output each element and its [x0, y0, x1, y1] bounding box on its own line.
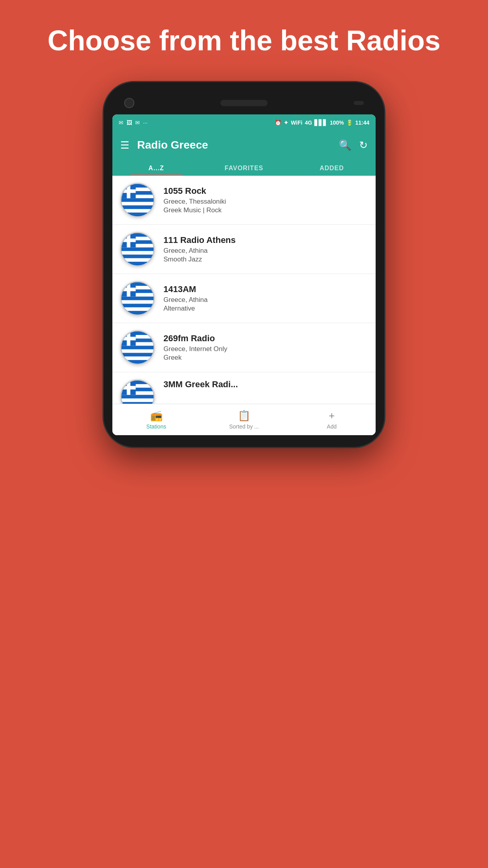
station-item-partial[interactable]: 3MM Greek Radi... — [112, 372, 376, 404]
clock-time: 11:44 — [355, 120, 369, 126]
station-location-3: Greece, Athina — [163, 296, 368, 304]
station-info-3: 1413AM Greece, Athina Alternative — [163, 284, 368, 313]
bottom-nav-stations[interactable]: 📻 Stations — [112, 404, 200, 435]
app-bar-actions: 🔍 ↻ — [339, 139, 368, 151]
station-flag-2 — [120, 232, 155, 267]
gmail-icon-2: ✉ — [135, 120, 140, 126]
sorted-label: Sorted by ... — [229, 423, 259, 430]
station-name-2: 111 Radio Athens — [163, 235, 368, 245]
station-name-5: 3MM Greek Radi... — [163, 379, 368, 390]
status-bar: ✉ 🖼 ✉ ··· ⏰ ✦ WiFi 4G ▋▋▋ 100% 🔋 11:44 — [112, 114, 376, 131]
page-headline: Choose from the best Radios — [16, 24, 472, 57]
phone-shell: ✉ 🖼 ✉ ··· ⏰ ✦ WiFi 4G ▋▋▋ 100% 🔋 11:44 ☰… — [103, 81, 385, 448]
svg-rect-9 — [121, 213, 154, 216]
svg-rect-24 — [121, 300, 154, 304]
station-item[interactable]: 269fm Radio Greece, Internet Only Greek — [112, 323, 376, 372]
station-item[interactable]: 111 Radio Athens Greece, Athina Smooth J… — [112, 225, 376, 274]
add-label: Add — [327, 423, 337, 430]
station-item[interactable]: 1413AM Greece, Athina Alternative — [112, 274, 376, 323]
svg-rect-33 — [121, 357, 154, 360]
svg-rect-32 — [121, 349, 154, 353]
svg-rect-12 — [121, 189, 136, 193]
station-info-2: 111 Radio Athens Greece, Athina Smooth J… — [163, 235, 368, 263]
tab-favorites[interactable]: FAVORITES — [200, 159, 288, 176]
wifi-icon: WiFi — [291, 120, 302, 126]
station-flag-3 — [120, 281, 155, 316]
alarm-icon: ⏰ — [275, 120, 281, 126]
station-location-1: Greece, Thessaloniki — [163, 198, 368, 206]
station-genre-4: Greek — [163, 354, 368, 362]
svg-rect-8 — [121, 209, 154, 213]
battery-percent: 100% — [330, 120, 344, 126]
svg-rect-17 — [121, 258, 154, 262]
bottom-nav-add[interactable]: + Add — [288, 404, 376, 435]
station-name-1: 1055 Rock — [163, 186, 368, 196]
sorted-icon: 📋 — [238, 410, 250, 422]
station-info-5: 3MM Greek Radi... — [163, 379, 368, 391]
tab-az[interactable]: A...Z — [112, 159, 200, 176]
image-icon: 🖼 — [127, 120, 132, 126]
bottom-nav-sorted[interactable]: 📋 Sorted by ... — [200, 404, 288, 435]
status-right-info: ⏰ ✦ WiFi 4G ▋▋▋ 100% 🔋 11:44 — [275, 120, 369, 126]
svg-rect-40 — [121, 399, 154, 402]
station-location-4: Greece, Internet Only — [163, 345, 368, 353]
refresh-button[interactable]: ↻ — [359, 139, 368, 151]
phone-sensor — [354, 101, 364, 105]
station-item[interactable]: 1055 Rock Greece, Thessaloniki Greek Mus… — [112, 176, 376, 225]
station-name-4: 269fm Radio — [163, 333, 368, 344]
station-name-3: 1413AM — [163, 284, 368, 294]
station-genre-2: Smooth Jazz — [163, 256, 368, 263]
station-flag-1 — [120, 183, 155, 217]
svg-rect-7 — [121, 206, 154, 209]
svg-rect-16 — [121, 251, 154, 255]
app-title: Radio Greece — [137, 139, 339, 151]
station-flag-5 — [120, 379, 155, 404]
svg-rect-28 — [121, 288, 136, 291]
phone-top — [112, 94, 376, 114]
svg-rect-44 — [121, 386, 136, 390]
gmail-icon: ✉ — [119, 120, 123, 126]
hamburger-menu-button[interactable]: ☰ — [120, 139, 129, 151]
station-location-2: Greece, Athina — [163, 247, 368, 255]
status-left-icons: ✉ 🖼 ✉ ··· — [119, 120, 148, 126]
station-info-1: 1055 Rock Greece, Thessaloniki Greek Mus… — [163, 186, 368, 214]
phone-screen: ✉ 🖼 ✉ ··· ⏰ ✦ WiFi 4G ▋▋▋ 100% 🔋 11:44 ☰… — [112, 114, 376, 435]
app-bar: ☰ Radio Greece 🔍 ↻ — [112, 131, 376, 159]
battery-icon: 🔋 — [346, 120, 353, 126]
add-icon: + — [329, 410, 335, 422]
search-button[interactable]: 🔍 — [339, 139, 351, 151]
svg-rect-36 — [121, 337, 136, 340]
tab-bar: A...Z FAVORITES ADDED — [112, 159, 376, 176]
stations-label: Stations — [146, 423, 166, 430]
bluetooth-icon: ✦ — [284, 120, 288, 126]
svg-rect-1 — [121, 184, 154, 188]
station-flag-4 — [120, 330, 155, 365]
station-genre-3: Alternative — [163, 305, 368, 313]
svg-rect-5 — [121, 199, 154, 202]
station-list: 1055 Rock Greece, Thessaloniki Greek Mus… — [112, 176, 376, 404]
svg-rect-25 — [121, 307, 154, 311]
phone-speaker — [220, 100, 268, 106]
station-info-4: 269fm Radio Greece, Internet Only Greek — [163, 333, 368, 362]
svg-rect-20 — [121, 239, 136, 242]
svg-rect-6 — [121, 202, 154, 206]
signal-strength: 4G — [305, 120, 312, 126]
stations-icon: 📻 — [150, 410, 163, 422]
more-icon: ··· — [143, 120, 148, 126]
tab-added[interactable]: ADDED — [288, 159, 376, 176]
signal-bars: ▋▋▋ — [314, 120, 327, 126]
bottom-nav: 📻 Stations 📋 Sorted by ... + Add — [112, 404, 376, 435]
station-genre-1: Greek Music | Rock — [163, 206, 368, 214]
phone-camera — [124, 98, 134, 108]
